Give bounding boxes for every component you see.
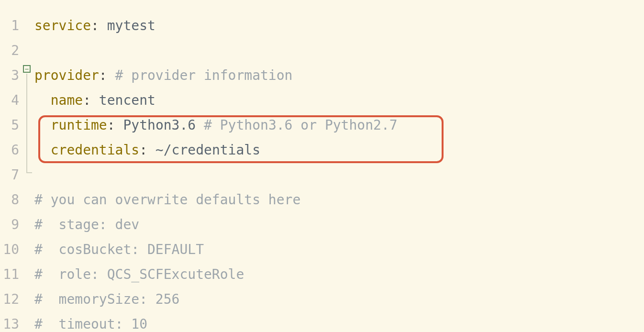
yaml-key: credentials xyxy=(51,142,139,158)
yaml-comment: # you can overwrite defaults here xyxy=(34,192,300,208)
code-line[interactable]: # memorySize: 256 xyxy=(34,287,644,312)
code-line[interactable]: name: tencent xyxy=(34,88,644,113)
fold-marker-symbol: − xyxy=(25,66,29,72)
line-number-gutter: 1 2 3 4 5 6 7 8 9 10 11 12 13 xyxy=(0,0,23,332)
line-number: 13 xyxy=(0,312,19,332)
yaml-comment: # role: QCS_SCFExcuteRole xyxy=(34,266,244,282)
yaml-key: runtime xyxy=(51,117,107,133)
yaml-comment: # Python3.6 or Python2.7 xyxy=(196,117,397,133)
fold-gutter: − xyxy=(23,0,34,332)
yaml-colon: : xyxy=(91,18,99,33)
yaml-value: mytest xyxy=(99,18,155,33)
line-number: 8 xyxy=(0,188,19,212)
code-line[interactable]: # stage: dev xyxy=(34,212,644,237)
indent xyxy=(34,92,51,108)
yaml-colon: : xyxy=(99,67,107,83)
yaml-value: Python3.6 xyxy=(115,117,196,133)
code-line[interactable]: runtime: Python3.6 # Python3.6 or Python… xyxy=(34,113,644,138)
yaml-colon: : xyxy=(139,142,147,158)
yaml-comment: # cosBucket: DEFAULT xyxy=(34,242,204,257)
line-number: 6 xyxy=(0,138,19,163)
yaml-value: ~/credentials xyxy=(147,142,260,158)
fold-toggle-icon[interactable]: − xyxy=(23,65,31,73)
yaml-key: provider xyxy=(34,67,99,83)
yaml-key: service xyxy=(34,18,91,33)
line-number: 12 xyxy=(0,287,19,312)
line-number: 11 xyxy=(0,262,19,287)
code-content[interactable]: service: mytest provider: # provider inf… xyxy=(34,0,644,332)
line-number: 3 xyxy=(0,63,19,88)
yaml-colon: : xyxy=(83,92,91,108)
yaml-key: name xyxy=(51,92,83,108)
indent xyxy=(34,117,51,133)
yaml-comment: # provider information xyxy=(107,67,293,83)
code-line[interactable]: # you can overwrite defaults here xyxy=(34,188,644,212)
yaml-colon: : xyxy=(107,117,115,133)
fold-guide-line xyxy=(26,74,27,173)
code-editor[interactable]: 1 2 3 4 5 6 7 8 9 10 11 12 13 − service:… xyxy=(0,0,644,332)
yaml-comment: # timeout: 10 xyxy=(34,316,147,332)
fold-guide-end xyxy=(26,172,32,173)
code-line[interactable]: provider: # provider information xyxy=(34,63,644,88)
yaml-value: tencent xyxy=(91,92,155,108)
code-line[interactable]: # cosBucket: DEFAULT xyxy=(34,237,644,262)
indent xyxy=(34,142,51,158)
code-line[interactable]: credentials: ~/credentials xyxy=(34,138,644,163)
code-line[interactable]: # timeout: 10 xyxy=(34,312,644,332)
line-number: 4 xyxy=(0,88,19,113)
code-line[interactable] xyxy=(34,38,644,63)
line-number: 10 xyxy=(0,237,19,262)
line-number: 5 xyxy=(0,113,19,138)
yaml-comment: # stage: dev xyxy=(34,217,139,232)
line-number: 9 xyxy=(0,212,19,237)
line-number: 1 xyxy=(0,13,19,38)
line-number: 2 xyxy=(0,38,19,63)
yaml-comment: # memorySize: 256 xyxy=(34,291,179,307)
code-line[interactable]: service: mytest xyxy=(34,13,644,38)
line-number: 7 xyxy=(0,163,19,188)
code-line[interactable] xyxy=(34,163,644,188)
code-line[interactable]: # role: QCS_SCFExcuteRole xyxy=(34,262,644,287)
